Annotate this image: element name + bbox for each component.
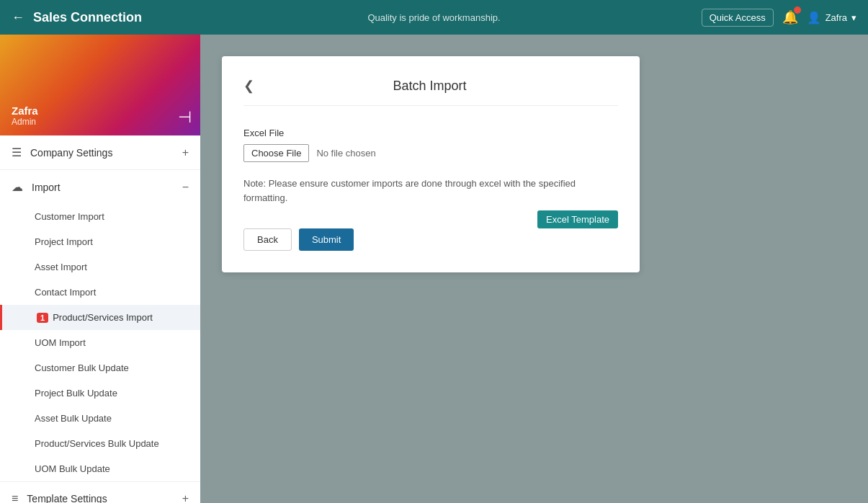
sidebar-item-product-services-bulk-update[interactable]: Product/Services Bulk Update (0, 431, 200, 456)
customer-import-label: Customer Import (35, 211, 104, 222)
user-menu[interactable]: 👤 Zafra ▾ (807, 11, 856, 25)
template-settings-icon: ≡ (12, 492, 18, 503)
file-label: Excel File (243, 128, 618, 138)
sidebar-section-template-settings: ≡ Template Settings + (0, 482, 200, 503)
uom-import-label: UOM Import (35, 337, 86, 348)
product-services-import-label: Product/Services Import (53, 312, 153, 323)
import-label: Import (32, 182, 182, 193)
profile-text: Zafra Admin (12, 104, 38, 127)
project-bulk-update-label: Project Bulk Update (35, 388, 117, 399)
sidebar-nav: ☰ Company Settings + ☁ Import − Customer… (0, 135, 200, 503)
batch-import-card: ❮ Batch Import Excel File Choose File No… (222, 56, 640, 272)
file-form-group: Excel File Choose File No file chosen (243, 128, 618, 162)
app-logo: Sales Connection (33, 10, 142, 25)
note-text: Note: Please ensure customer imports are… (243, 177, 618, 205)
sidebar-section-header-company-settings[interactable]: ☰ Company Settings + (0, 135, 200, 169)
company-settings-icon: ☰ (12, 146, 22, 159)
contact-import-label: Contact Import (35, 287, 96, 298)
note-section: Note: Please ensure customer imports are… (243, 177, 618, 205)
choose-file-button[interactable]: Choose File (243, 144, 309, 162)
profile-role: Admin (12, 117, 38, 127)
sidebar-item-contact-import[interactable]: Contact Import (0, 280, 200, 305)
main-layout: Zafra Admin ⊣ ☰ Company Settings + ☁ Imp… (0, 35, 868, 503)
sidebar-item-project-import[interactable]: Project Import (0, 229, 200, 254)
profile-name: Zafra (12, 104, 38, 117)
user-name: Zafra (826, 12, 847, 23)
import-icon: ☁ (12, 180, 23, 194)
company-settings-toggle: + (182, 146, 189, 159)
sidebar-section-header-import[interactable]: ☁ Import − (0, 170, 200, 204)
batch-import-title: Batch Import (266, 79, 594, 94)
user-icon: 👤 (807, 11, 821, 25)
sidebar-item-asset-import[interactable]: Asset Import (0, 254, 200, 280)
sidebar: Zafra Admin ⊣ ☰ Company Settings + ☁ Imp… (0, 35, 200, 503)
main-content: ❮ Batch Import Excel File Choose File No… (200, 35, 868, 503)
excel-template-button[interactable]: Excel Template (537, 210, 618, 228)
asset-import-label: Asset Import (35, 262, 87, 272)
template-settings-label: Template Settings (27, 493, 182, 503)
product-services-bulk-update-label: Product/Services Bulk Update (35, 438, 159, 449)
company-settings-label: Company Settings (30, 147, 182, 159)
logout-button[interactable]: ⊣ (178, 108, 192, 127)
chevron-down-icon: ▾ (851, 12, 856, 23)
sidebar-item-customer-import[interactable]: Customer Import (0, 204, 200, 229)
submit-button[interactable]: Submit (299, 228, 354, 251)
sidebar-profile: Zafra Admin ⊣ (0, 35, 200, 135)
header-tagline: Quality is pride of workmanship. (367, 12, 500, 23)
sidebar-item-uom-bulk-update[interactable]: UOM Bulk Update (0, 456, 200, 481)
form-actions: Back Submit (243, 228, 618, 251)
sidebar-item-customer-bulk-update[interactable]: Customer Bulk Update (0, 355, 200, 380)
import-items: Customer Import Project Import Asset Imp… (0, 204, 200, 481)
uom-bulk-update-label: UOM Bulk Update (35, 463, 110, 474)
header-back-button[interactable]: ← (12, 10, 24, 25)
notification-bell[interactable]: 🔔 (782, 9, 798, 25)
sidebar-section-company-settings: ☰ Company Settings + (0, 135, 200, 170)
customer-bulk-update-label: Customer Bulk Update (35, 362, 129, 373)
sidebar-item-product-services-import[interactable]: 1 Product/Services Import (0, 305, 200, 330)
quick-access-button[interactable]: Quick Access (702, 9, 774, 27)
header-right-controls: Quick Access 🔔 👤 Zafra ▾ (702, 9, 856, 27)
project-import-label: Project Import (35, 236, 93, 247)
app-header: ← Sales Connection Quality is pride of w… (0, 0, 868, 35)
file-name-display: No file chosen (316, 148, 375, 159)
batch-import-header: ❮ Batch Import (243, 78, 618, 106)
sidebar-section-import: ☁ Import − Customer Import Project Impor… (0, 170, 200, 482)
sidebar-section-header-template-settings[interactable]: ≡ Template Settings + (0, 482, 200, 503)
sidebar-item-uom-import[interactable]: UOM Import (0, 330, 200, 355)
product-services-badge: 1 (37, 313, 48, 323)
sidebar-item-project-bulk-update[interactable]: Project Bulk Update (0, 380, 200, 406)
asset-bulk-update-label: Asset Bulk Update (35, 413, 112, 424)
file-input-row: Choose File No file chosen (243, 144, 618, 162)
notification-badge (794, 6, 801, 14)
import-toggle: − (182, 181, 189, 194)
sidebar-item-asset-bulk-update[interactable]: Asset Bulk Update (0, 406, 200, 431)
template-settings-toggle: + (182, 492, 189, 503)
batch-import-back-button[interactable]: ❮ (243, 78, 254, 94)
back-button[interactable]: Back (243, 228, 292, 251)
